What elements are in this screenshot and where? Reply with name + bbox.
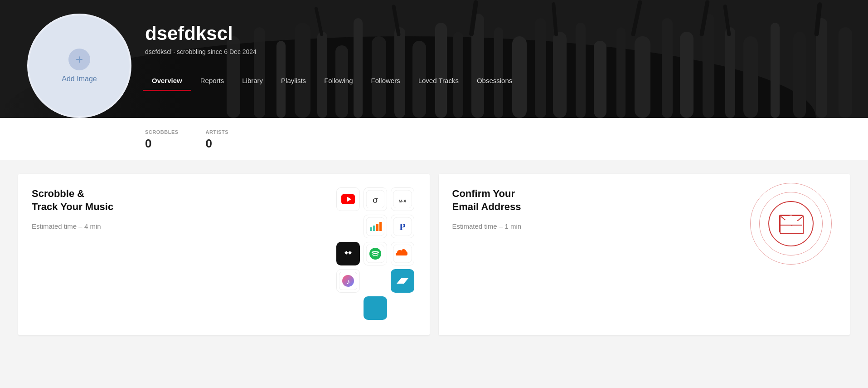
svg-rect-17	[535, 18, 546, 118]
svg-rect-31	[839, 27, 852, 118]
pandora-icon: P	[391, 215, 414, 238]
scrobbles-stat: SCROBBLES 0	[145, 129, 179, 151]
scrobble-card-title: Scrobble &Track Your Music	[32, 187, 323, 213]
extra-icon	[364, 296, 387, 320]
svg-text:♪: ♪	[346, 278, 350, 285]
tab-reports[interactable]: Reports	[191, 70, 233, 91]
scrobble-card-text: Scrobble &Track Your Music Estimated tim…	[32, 187, 323, 230]
svg-rect-50	[376, 224, 378, 231]
svg-rect-64	[366, 299, 384, 317]
svg-text:σ: σ	[373, 194, 378, 205]
tab-library[interactable]: Library	[233, 70, 272, 91]
artists-value: 0	[206, 137, 229, 151]
svg-rect-23	[662, 18, 673, 118]
tab-loved-tracks[interactable]: Loved Tracks	[409, 70, 468, 91]
svg-rect-8	[354, 18, 363, 118]
svg-rect-18	[553, 32, 567, 118]
blank-3	[336, 296, 360, 320]
svg-text:M-X: M-X	[398, 199, 406, 203]
svg-rect-28	[771, 23, 780, 118]
svg-rect-22	[635, 36, 650, 118]
svg-rect-29	[793, 32, 806, 118]
scrobble-sigma-icon: σ	[364, 187, 387, 211]
svg-rect-27	[743, 36, 758, 118]
app-icon-grid: σ M-X P	[336, 187, 416, 322]
email-card[interactable]: Confirm YourEmail Address Estimated time…	[439, 174, 850, 335]
stats-bar: SCROBBLES 0 ARTISTS 0	[0, 118, 868, 160]
email-envelope-icon	[779, 215, 803, 233]
bandcamp-icon	[391, 269, 414, 293]
svg-rect-54	[339, 245, 357, 263]
svg-rect-20	[594, 41, 606, 118]
scrobble-card[interactable]: Scrobble &Track Your Music Estimated tim…	[18, 174, 430, 335]
soundcloud-icon	[391, 242, 414, 265]
svg-rect-24	[680, 32, 693, 118]
email-card-text: Confirm YourEmail Address Estimated time…	[452, 187, 732, 230]
profile-subtitle: dsefdkscl · scrobbling since 6 Dec 2024	[145, 48, 257, 55]
email-card-title: Confirm YourEmail Address	[452, 187, 732, 213]
cards-section: Scrobble &Track Your Music Estimated tim…	[0, 160, 868, 349]
scrobbles-value: 0	[145, 137, 179, 151]
tidal-icon	[336, 242, 360, 265]
artists-label: ARTISTS	[206, 129, 229, 135]
apple-music-icon: ♪	[336, 269, 360, 293]
email-card-time: Estimated time – 1 min	[452, 222, 732, 230]
profile-nav: Overview Reports Library Playlists Follo…	[143, 70, 521, 91]
youtube-icon	[336, 187, 360, 211]
spotify-icon	[364, 242, 387, 265]
svg-rect-26	[725, 27, 735, 118]
artists-stat: ARTISTS 0	[206, 129, 229, 151]
profile-info: dsefdkscl dsefdkscl · scrobbling since 6…	[145, 23, 257, 69]
svg-rect-48	[370, 227, 372, 231]
tab-overview[interactable]: Overview	[143, 70, 191, 91]
hero-section: + Add Image dsefdkscl dsefdkscl · scrobb…	[0, 0, 868, 118]
blank-2	[364, 269, 387, 293]
svg-text:P: P	[399, 221, 405, 232]
avatar-add-label: Add Image	[62, 75, 97, 83]
svg-rect-19	[576, 23, 586, 118]
blank-1	[336, 215, 360, 238]
tab-playlists[interactable]: Playlists	[272, 70, 315, 91]
avatar-circle[interactable]: + Add Image	[27, 14, 131, 118]
profile-username: dsefdkscl	[145, 23, 257, 44]
svg-rect-21	[616, 27, 626, 118]
scrobbles-label: SCROBBLES	[145, 129, 179, 135]
tab-followers[interactable]: Followers	[362, 70, 409, 91]
add-image-icon: +	[68, 49, 90, 70]
email-visual	[746, 187, 836, 260]
tab-obsessions[interactable]: Obsessions	[468, 70, 521, 91]
scrobble-card-time: Estimated time – 4 min	[32, 222, 323, 230]
blank-4	[391, 296, 414, 320]
tab-following[interactable]: Following	[315, 70, 362, 91]
avatar[interactable]: + Add Image	[27, 14, 131, 118]
mixcloud-icon: M-X	[391, 187, 414, 211]
svg-rect-49	[373, 226, 375, 231]
svg-rect-51	[379, 222, 382, 231]
deezer-icon	[364, 215, 387, 238]
svg-rect-65	[780, 216, 804, 234]
